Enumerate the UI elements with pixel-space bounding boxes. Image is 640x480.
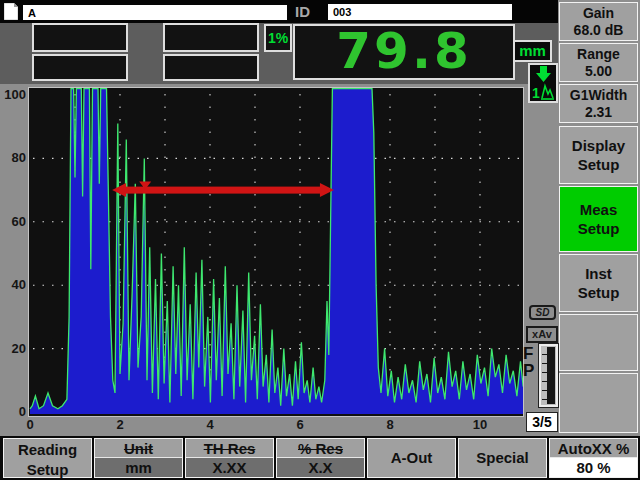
reading-setup-line2: Setup <box>4 459 91 479</box>
special-label: Special <box>459 439 546 477</box>
measurement-box-3 <box>163 23 259 52</box>
freeze-flag-p: P <box>523 361 534 381</box>
a-out-label: A-Out <box>368 439 455 477</box>
a-scan-plot <box>29 88 523 416</box>
y-tick-label: 20 <box>0 341 26 356</box>
file-icon <box>4 3 18 20</box>
gate1-percent-badge: 1% <box>264 24 292 52</box>
x-tick-label: 8 <box>377 417 403 432</box>
sidebar-gain-button[interactable]: Gain 68.0 dB <box>559 2 638 41</box>
y-tick-label: 80 <box>0 150 26 165</box>
unit-button[interactable]: Unit mm <box>94 438 183 478</box>
page-indicator: 3/5 <box>526 412 558 432</box>
th-res-value: X.XX <box>186 458 273 477</box>
reading-setup-line1: Reading <box>4 439 91 459</box>
unit-value: mm <box>95 458 182 477</box>
th-res-button[interactable]: TH Res X.XX <box>185 438 274 478</box>
meas-setup-line1: Meas <box>560 200 637 219</box>
meas-setup-line2: Setup <box>560 219 637 238</box>
auto-xx-value: 80 % <box>550 458 637 477</box>
x-tick-label: 4 <box>197 417 223 432</box>
a-out-button[interactable]: A-Out <box>367 438 456 478</box>
main-reading-display: 79.8 <box>293 24 515 80</box>
gate-depth-mode-icon: 1 <box>528 63 558 103</box>
sidebar-g1width-button[interactable]: G1Width 2.31 <box>559 84 638 123</box>
gate-number: 1 <box>532 85 540 101</box>
display-setup-line1: Display <box>560 136 637 155</box>
battery-gauge-icon <box>539 344 558 407</box>
id-label: ID <box>295 3 310 20</box>
id-field[interactable]: 003 <box>328 4 512 20</box>
bottom-function-bar: Reading Setup Unit mm TH Res X.XX % Res … <box>0 436 640 480</box>
pct-res-label: % Res <box>277 439 364 458</box>
sidebar-meas-setup-button[interactable]: Meas Setup <box>559 186 638 252</box>
pct-res-button[interactable]: % Res X.X <box>276 438 365 478</box>
sidebar-empty-button-2[interactable] <box>559 373 638 433</box>
x-tick-label: 0 <box>17 417 43 432</box>
averaging-icon: xAv <box>526 326 558 343</box>
y-tick-label: 40 <box>0 277 26 292</box>
sidebar-empty-button-1[interactable] <box>559 314 638 371</box>
x-tick-label: 2 <box>107 417 133 432</box>
range-value: 5.00 <box>560 63 637 80</box>
pct-res-value: X.X <box>277 458 364 477</box>
waveform-svg <box>29 88 523 416</box>
reading-setup-button[interactable]: Reading Setup <box>3 438 92 478</box>
gain-label: Gain <box>560 5 637 22</box>
y-tick-label: 100 <box>0 87 26 102</box>
instrument-screen: { "header": { "filename": "A", "id_label… <box>0 0 640 480</box>
sidebar-range-button[interactable]: Range 5.00 <box>559 43 638 82</box>
g1width-value: 2.31 <box>560 104 637 121</box>
x-tick-label: 10 <box>467 417 493 432</box>
sidebar-display-setup-button[interactable]: Display Setup <box>559 126 638 184</box>
measurement-box-2 <box>32 54 128 81</box>
measurement-box-1 <box>32 23 128 52</box>
x-tick-label: 6 <box>287 417 313 432</box>
sd-card-icon: SD <box>529 305 556 320</box>
filename-field[interactable]: A <box>23 5 287 20</box>
y-tick-label: 60 <box>0 214 26 229</box>
inst-setup-line1: Inst <box>560 264 637 283</box>
range-label: Range <box>560 46 637 63</box>
g1width-label: G1Width <box>560 87 637 104</box>
special-button[interactable]: Special <box>458 438 547 478</box>
th-res-label: TH Res <box>186 439 273 458</box>
unit-badge: mm <box>513 40 552 62</box>
gain-value: 68.0 dB <box>560 22 637 39</box>
display-setup-line2: Setup <box>560 155 637 174</box>
measurement-box-4 <box>163 54 259 81</box>
inst-setup-line2: Setup <box>560 283 637 302</box>
auto-xx-button[interactable]: AutoXX % 80 % <box>549 438 638 478</box>
unit-label: Unit <box>95 439 182 458</box>
sidebar-inst-setup-button[interactable]: Inst Setup <box>559 254 638 312</box>
auto-xx-label: AutoXX % <box>550 439 637 458</box>
